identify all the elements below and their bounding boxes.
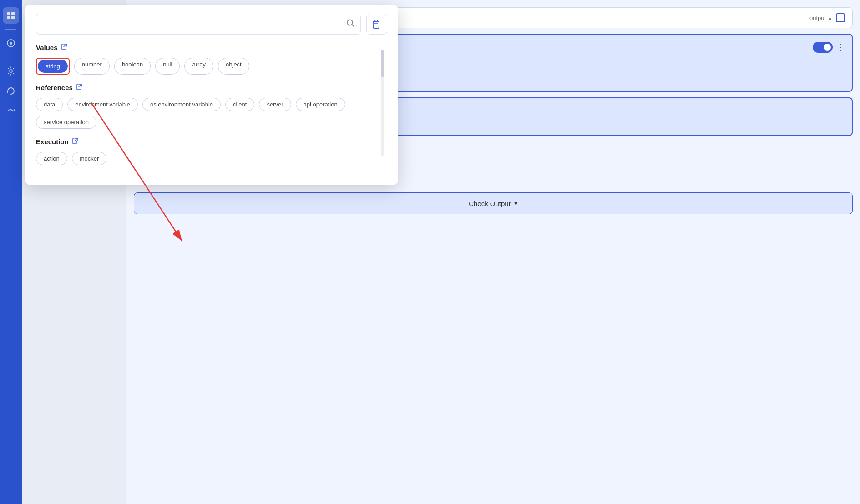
sidebar-icon-misc[interactable]: [3, 103, 19, 119]
sidebar-icon-gear[interactable]: [3, 63, 19, 79]
chip-boolean[interactable]: boolean: [114, 58, 151, 75]
chip-env-var[interactable]: environment variable: [67, 98, 138, 111]
output-label[interactable]: output ▲: [809, 15, 832, 21]
values-link-icon: [61, 44, 67, 51]
popup-scrollbar[interactable]: [381, 50, 384, 156]
chip-string[interactable]: string: [38, 60, 68, 73]
values-chips: string number boolean null array object: [36, 58, 387, 75]
svg-line-11: [64, 44, 66, 47]
svg-point-5: [10, 42, 12, 45]
sidebar-icon-circle[interactable]: [3, 35, 19, 51]
chip-number[interactable]: number: [74, 58, 110, 75]
chip-service-operation[interactable]: service operation: [36, 116, 96, 129]
chip-os-env-var[interactable]: os environment variable: [142, 98, 221, 111]
execution-heading: Execution: [36, 138, 387, 146]
sidebar-icon-grid[interactable]: [3, 7, 19, 24]
chip-mocker[interactable]: mocker: [72, 152, 107, 165]
svg-rect-1: [11, 12, 15, 15]
chevron-up-icon: ▲: [828, 15, 832, 20]
output-checkbox[interactable]: [836, 13, 845, 22]
values-heading: Values: [36, 44, 387, 51]
chip-object[interactable]: object: [218, 58, 249, 75]
check-output-button[interactable]: Check Output ▾: [134, 192, 853, 214]
svg-rect-0: [7, 12, 10, 15]
check-output-chevron-icon: ▾: [514, 199, 518, 207]
references-heading: References: [36, 84, 387, 91]
popup-search-container: [36, 14, 361, 35]
output-text: output: [809, 15, 826, 21]
svg-line-7: [352, 25, 354, 27]
chip-null[interactable]: null: [155, 58, 180, 75]
toggle-knob: [824, 44, 831, 51]
svg-rect-3: [11, 16, 15, 19]
chip-client[interactable]: client: [225, 98, 254, 111]
execution-heading-text: Execution: [36, 138, 69, 146]
toggle-switch[interactable]: [813, 42, 833, 53]
execution-link-icon: [71, 138, 78, 146]
svg-rect-2: [7, 16, 10, 19]
references-chips: data environment variable os environment…: [36, 98, 387, 129]
svg-line-13: [75, 138, 77, 141]
type-picker-popup: Values string number boolean null array …: [25, 5, 398, 185]
execution-chips: action mocker: [36, 152, 387, 165]
references-heading-text: References: [36, 84, 73, 91]
svg-line-12: [79, 84, 81, 87]
top-bar-right: output ▲: [809, 13, 845, 22]
scrollbar-thumb: [381, 50, 384, 77]
sidebar-divider-2: [5, 57, 16, 57]
search-icon: [346, 19, 355, 30]
values-heading-text: Values: [36, 44, 58, 51]
popup-inner: Values string number boolean null array …: [36, 14, 387, 165]
chip-array[interactable]: array: [184, 58, 213, 75]
chip-data[interactable]: data: [36, 98, 63, 111]
chip-action[interactable]: action: [36, 152, 67, 165]
more-options-icon[interactable]: ⋮: [836, 42, 845, 52]
sidebar-icon-refresh[interactable]: [3, 83, 19, 99]
string-chip-wrapper: string: [36, 58, 70, 75]
clipboard-button[interactable]: [366, 14, 387, 35]
references-link-icon: [76, 84, 82, 91]
chip-api-operation[interactable]: api operation: [296, 98, 345, 111]
sidebar-divider-1: [5, 29, 16, 30]
sidebar: [0, 0, 22, 504]
svg-point-6: [347, 20, 353, 25]
chip-server[interactable]: server: [259, 98, 291, 111]
popup-search-row: [36, 14, 387, 35]
check-output-label: Check Output: [469, 200, 511, 207]
popup-search-input[interactable]: [43, 20, 341, 28]
